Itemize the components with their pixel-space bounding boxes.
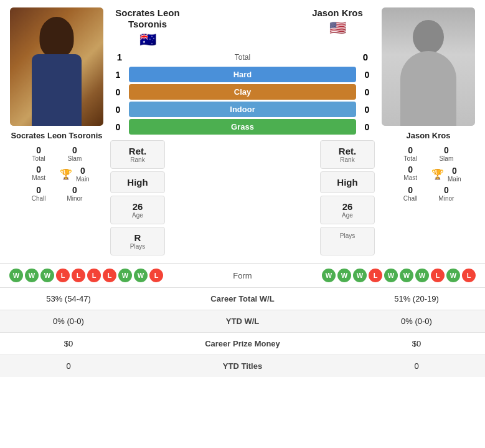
surface-badge-clay: Clay bbox=[129, 84, 356, 100]
left-high-card: High bbox=[110, 171, 165, 193]
left-player-photo bbox=[10, 7, 103, 126]
form-badge-w: W bbox=[384, 269, 398, 282]
trophy-row: 🏆 0 Main bbox=[60, 166, 90, 183]
age-row: 26 Age 26 Age bbox=[110, 196, 375, 224]
surface-row-hard: 1 Hard 0 bbox=[110, 67, 375, 82]
right-name-header: Jason Kros 🇺🇸 bbox=[300, 7, 375, 48]
right-minor-cell: 0 Minor bbox=[431, 185, 461, 202]
stat-label-1: YTD W/L bbox=[137, 310, 348, 333]
left-rank-lbl: Rank bbox=[115, 156, 161, 163]
right-high-card: High bbox=[320, 171, 375, 193]
surface-row-clay: 0 Clay 0 bbox=[110, 84, 375, 100]
right-main-cell: 0 Main bbox=[448, 166, 461, 183]
stat-right-2: $0 bbox=[348, 333, 485, 355]
right-plays-card: Plays bbox=[320, 227, 375, 255]
names-row: Socrates Leon Tsoronis 🇦🇺 Jason Kros 🇺🇸 bbox=[110, 7, 375, 48]
left-form-badges: WWWLLLLWWL bbox=[9, 269, 163, 282]
form-badge-w: W bbox=[40, 269, 54, 282]
left-main-label: Main bbox=[76, 176, 90, 183]
stats-row-3: 0 YTD Titles 0 bbox=[0, 355, 485, 378]
right-rank-lbl: Rank bbox=[324, 156, 370, 163]
surface-right-score: 0 bbox=[359, 87, 375, 97]
stats-row-2: $0 Career Prize Money $0 bbox=[0, 333, 485, 355]
right-minor-label: Minor bbox=[438, 195, 454, 202]
form-badge-l: L bbox=[462, 269, 476, 282]
center-col: Socrates Leon Tsoronis 🇦🇺 Jason Kros 🇺🇸 … bbox=[110, 7, 375, 255]
right-chall-cell: 0 Chall bbox=[395, 185, 425, 202]
left-name-header: Socrates Leon Tsoronis 🇦🇺 bbox=[110, 7, 185, 48]
surface-badge-grass: Grass bbox=[129, 119, 356, 135]
form-row: WWWLLLLWWL Form WWWLWWWLWL bbox=[0, 264, 485, 287]
left-plays-lbl: Plays bbox=[115, 243, 161, 250]
form-badge-w: W bbox=[353, 269, 367, 282]
right-flag: 🇺🇸 bbox=[300, 20, 375, 36]
left-slam-cell: 0 Slam bbox=[60, 145, 90, 162]
form-badge-l: L bbox=[87, 269, 101, 282]
surface-left-score: 1 bbox=[110, 70, 126, 80]
form-badge-w: W bbox=[337, 269, 351, 282]
left-mast-cell: 0 Mast bbox=[24, 164, 54, 183]
left-player-stats: 0 Total 0 Slam 0 Mast 🏆 0 Main bbox=[24, 145, 89, 202]
left-plays-val: R bbox=[115, 232, 161, 243]
form-badge-w: W bbox=[118, 269, 132, 282]
stat-left-1: 0% (0-0) bbox=[0, 310, 137, 333]
left-player-image bbox=[10, 7, 103, 126]
form-badge-l: L bbox=[56, 269, 70, 282]
form-badge-l: L bbox=[72, 269, 85, 282]
left-mast-label: Mast bbox=[32, 174, 45, 181]
surface-row-grass: 0 Grass 0 bbox=[110, 119, 375, 135]
right-minor-value: 0 bbox=[444, 185, 449, 195]
stat-left-3: 0 bbox=[0, 355, 137, 378]
right-main-value: 0 bbox=[452, 166, 457, 176]
left-slam-label: Slam bbox=[67, 155, 82, 162]
right-mast-label: Mast bbox=[403, 174, 417, 181]
bottom-section: WWWLLLLWWL Form WWWLWWWLWL 53% (54-47) C… bbox=[0, 263, 485, 377]
comparison-section: Socrates Leon Tsoronis 0 Total 0 Slam 0 … bbox=[0, 0, 485, 263]
stats-row-1: 0% (0-0) YTD W/L 0% (0-0) bbox=[0, 310, 485, 333]
surface-left-score: 0 bbox=[110, 122, 126, 132]
left-player-name: Socrates Leon Tsoronis bbox=[11, 131, 102, 140]
right-total-center: 0 bbox=[356, 52, 375, 62]
total-row: 1 Total 0 bbox=[110, 52, 375, 62]
left-age-lbl: Age bbox=[115, 212, 161, 219]
left-chall-label: Chall bbox=[32, 195, 46, 202]
left-total-cell: 0 Total bbox=[24, 145, 54, 162]
form-badge-w: W bbox=[134, 269, 148, 282]
stat-label-0: Career Total W/L bbox=[137, 288, 348, 310]
stat-right-3: 0 bbox=[348, 355, 485, 378]
left-name-header-text: Socrates Leon Tsoronis bbox=[110, 7, 185, 30]
form-badge-w: W bbox=[415, 269, 429, 282]
right-player-image bbox=[382, 7, 475, 126]
form-badge-w: W bbox=[9, 269, 23, 282]
right-age-val: 26 bbox=[324, 201, 370, 212]
form-badge-l: L bbox=[103, 269, 116, 282]
form-badge-w: W bbox=[400, 269, 413, 282]
surface-left-score: 0 bbox=[110, 87, 126, 97]
left-total-center: 1 bbox=[110, 52, 129, 62]
left-main-cell: 0 Main bbox=[76, 166, 90, 183]
right-total-cell: 0 Total bbox=[395, 145, 425, 162]
left-age-val: 26 bbox=[115, 201, 161, 212]
panels-row: Ret. Rank Ret. Rank bbox=[110, 140, 375, 169]
left-player-col: Socrates Leon Tsoronis 0 Total 0 Slam 0 … bbox=[3, 7, 110, 202]
stat-label-2: Career Prize Money bbox=[137, 333, 348, 355]
right-form-badges: WWWLWWWLWL bbox=[322, 269, 476, 282]
surface-badge-indoor: Indoor bbox=[129, 102, 356, 117]
form-badge-w: W bbox=[25, 269, 39, 282]
right-trophy-row: 🏆 0 Main bbox=[431, 166, 461, 183]
right-chall-label: Chall bbox=[403, 195, 418, 202]
left-chall-cell: 0 Chall bbox=[24, 185, 54, 202]
form-badge-l: L bbox=[431, 269, 445, 282]
right-chall-value: 0 bbox=[408, 185, 413, 195]
right-slam-label: Slam bbox=[439, 155, 453, 162]
left-minor-value: 0 bbox=[72, 185, 77, 195]
right-trophy-icon: 🏆 bbox=[431, 168, 444, 180]
right-slam-value: 0 bbox=[444, 145, 449, 155]
left-total-value: 0 bbox=[36, 145, 41, 155]
right-rank-val: Ret. bbox=[324, 146, 370, 156]
right-player-stats: 0 Total 0 Slam 0 Mast 🏆 0 Main bbox=[395, 145, 461, 202]
form-badge-l: L bbox=[369, 269, 382, 282]
left-age-card: 26 Age bbox=[110, 196, 165, 224]
spacer bbox=[224, 7, 261, 48]
surface-right-score: 0 bbox=[359, 122, 375, 132]
